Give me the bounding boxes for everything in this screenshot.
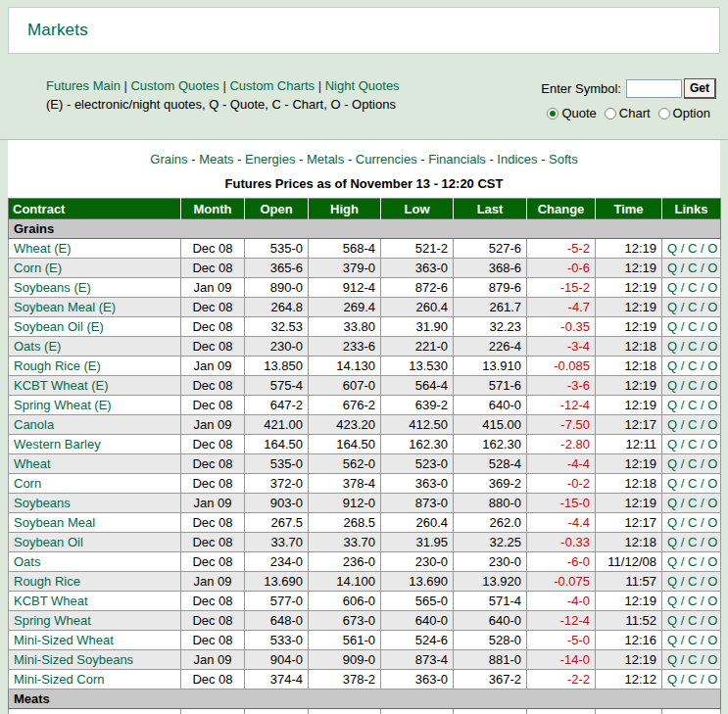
- options-link[interactable]: O: [707, 456, 717, 471]
- radio-quote[interactable]: Quote: [547, 106, 596, 120]
- category-link-currencies[interactable]: Currencies: [356, 152, 417, 167]
- options-link[interactable]: O: [707, 574, 717, 589]
- contract-link[interactable]: Live Cattle: [9, 709, 181, 714]
- options-link[interactable]: O: [707, 535, 717, 549]
- radio-option[interactable]: Option: [658, 106, 710, 120]
- options-link[interactable]: O: [707, 300, 717, 314]
- contract-link[interactable]: Wheat: [9, 454, 181, 474]
- chart-link[interactable]: C: [688, 437, 697, 452]
- options-link[interactable]: O: [707, 633, 717, 647]
- quote-link[interactable]: Q: [667, 535, 677, 549]
- contract-link[interactable]: Soybean Oil (E): [9, 317, 181, 337]
- contract-link[interactable]: Western Barley: [9, 435, 181, 454]
- chart-link[interactable]: C: [688, 594, 697, 608]
- quote-link[interactable]: Q: [667, 652, 677, 667]
- quote-link[interactable]: Q: [667, 280, 677, 295]
- options-link[interactable]: O: [707, 339, 717, 354]
- quote-link[interactable]: Q: [667, 417, 677, 432]
- symbol-input[interactable]: [626, 79, 682, 98]
- contract-link[interactable]: Canola: [9, 415, 181, 435]
- contract-link[interactable]: Mini-Sized Soybeans: [9, 650, 181, 670]
- contract-link[interactable]: Soybean Oil: [9, 533, 181, 552]
- options-link[interactable]: O: [707, 241, 717, 256]
- chart-link[interactable]: C: [688, 398, 697, 412]
- nav-link-night-quotes[interactable]: Night Quotes: [325, 78, 400, 93]
- options-link[interactable]: O: [707, 554, 717, 569]
- contract-link[interactable]: Oats: [9, 552, 181, 572]
- chart-link[interactable]: C: [688, 515, 697, 530]
- quote-link[interactable]: Q: [667, 319, 677, 334]
- chart-link[interactable]: C: [688, 535, 697, 549]
- options-link[interactable]: O: [707, 398, 717, 412]
- contract-link[interactable]: Corn: [9, 474, 181, 494]
- quote-link[interactable]: Q: [667, 515, 677, 530]
- options-link[interactable]: O: [707, 417, 717, 432]
- contract-link[interactable]: Soybean Meal (E): [9, 298, 181, 317]
- category-link-energies[interactable]: Energies: [245, 152, 295, 167]
- options-link[interactable]: O: [707, 358, 717, 373]
- quote-link[interactable]: Q: [667, 358, 677, 373]
- options-link[interactable]: O: [707, 319, 717, 334]
- options-link[interactable]: O: [707, 476, 717, 491]
- chart-link[interactable]: C: [688, 319, 697, 334]
- chart-link[interactable]: C: [688, 633, 697, 647]
- chart-link[interactable]: C: [688, 358, 697, 373]
- contract-link[interactable]: Oats (E): [9, 337, 181, 357]
- get-button[interactable]: Get: [684, 78, 716, 99]
- contract-link[interactable]: Mini-Sized Corn: [9, 670, 181, 690]
- contract-link[interactable]: Rough Rice: [9, 572, 181, 592]
- nav-link-futures-main[interactable]: Futures Main: [46, 78, 121, 93]
- quote-link[interactable]: Q: [667, 398, 677, 412]
- contract-link[interactable]: Mini-Sized Wheat: [9, 631, 181, 650]
- options-link[interactable]: O: [707, 496, 717, 510]
- chart-link[interactable]: C: [688, 476, 697, 491]
- quote-link[interactable]: Q: [667, 300, 677, 314]
- options-link[interactable]: O: [707, 652, 717, 667]
- contract-link[interactable]: Spring Wheat: [9, 611, 181, 631]
- nav-link-custom-quotes[interactable]: Custom Quotes: [130, 78, 218, 93]
- category-link-softs[interactable]: Softs: [549, 152, 578, 167]
- options-link[interactable]: O: [707, 672, 717, 687]
- options-link[interactable]: O: [707, 261, 717, 275]
- contract-link[interactable]: Corn (E): [9, 259, 181, 278]
- chart-link[interactable]: C: [688, 378, 697, 393]
- quote-link[interactable]: Q: [667, 594, 677, 608]
- chart-link[interactable]: C: [688, 554, 697, 569]
- contract-link[interactable]: KCBT Wheat: [9, 592, 181, 611]
- quote-link[interactable]: Q: [667, 378, 677, 393]
- quote-link[interactable]: Q: [667, 613, 677, 628]
- category-link-indices[interactable]: Indices: [497, 152, 537, 167]
- chart-link[interactable]: C: [688, 261, 697, 275]
- quote-link[interactable]: Q: [667, 456, 677, 471]
- quote-link[interactable]: Q: [667, 672, 677, 687]
- contract-link[interactable]: Soybeans (E): [9, 278, 181, 298]
- options-link[interactable]: O: [707, 613, 717, 628]
- radio-chart[interactable]: Chart: [605, 106, 651, 120]
- chart-link[interactable]: C: [688, 300, 697, 314]
- contract-link[interactable]: Wheat (E): [9, 239, 181, 259]
- category-link-financials[interactable]: Financials: [428, 152, 486, 167]
- quote-link[interactable]: Q: [667, 339, 677, 354]
- chart-link[interactable]: C: [688, 456, 697, 471]
- quote-link[interactable]: Q: [667, 437, 677, 452]
- chart-link[interactable]: C: [688, 496, 697, 510]
- options-link[interactable]: O: [707, 437, 717, 452]
- quote-link[interactable]: Q: [667, 574, 677, 589]
- quote-link[interactable]: Q: [667, 554, 677, 569]
- contract-link[interactable]: Soybean Meal: [9, 513, 181, 533]
- options-link[interactable]: O: [707, 378, 717, 393]
- contract-link[interactable]: Rough Rice (E): [9, 357, 181, 376]
- nav-link-custom-charts[interactable]: Custom Charts: [229, 78, 315, 93]
- chart-link[interactable]: C: [688, 672, 697, 687]
- quote-link[interactable]: Q: [667, 241, 677, 256]
- chart-link[interactable]: C: [688, 652, 697, 667]
- category-link-meats[interactable]: Meats: [199, 152, 233, 167]
- quote-link[interactable]: Q: [667, 633, 677, 647]
- options-link[interactable]: O: [707, 515, 717, 530]
- quote-link[interactable]: Q: [667, 261, 677, 275]
- category-link-grains[interactable]: Grains: [150, 152, 187, 167]
- quote-link[interactable]: Q: [667, 476, 677, 491]
- chart-link[interactable]: C: [688, 613, 697, 628]
- options-link[interactable]: O: [707, 280, 717, 295]
- contract-link[interactable]: KCBT Wheat (E): [9, 376, 181, 396]
